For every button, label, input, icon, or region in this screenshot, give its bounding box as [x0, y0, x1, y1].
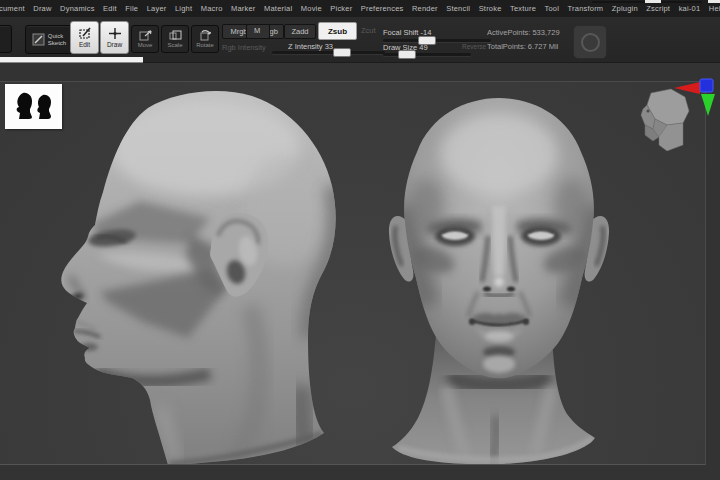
menu-item-file[interactable]: File: [125, 4, 138, 13]
z-intensity-label: Z Intensity 33: [288, 42, 333, 51]
edit-label: Edit: [79, 41, 90, 48]
z-intensity-handle[interactable]: [333, 48, 351, 57]
menu-items: Document Draw Dynamics Edit File Layer L…: [0, 4, 720, 13]
rotate-button[interactable]: Rotate: [191, 25, 219, 53]
menu-item-picker[interactable]: Picker: [330, 4, 352, 13]
m-label: M: [246, 24, 268, 37]
menu-item-zplugin[interactable]: Zplugin: [612, 4, 638, 13]
material-preview-button[interactable]: [573, 25, 607, 59]
menu-item-document[interactable]: Document: [0, 4, 25, 13]
zadd-label: Zadd: [291, 27, 308, 36]
reverse-label: Reverse: [462, 43, 486, 50]
draw-button[interactable]: Draw: [100, 21, 129, 54]
cropped-slider-handle: [645, 0, 661, 3]
scale-button[interactable]: Scale: [161, 25, 189, 53]
menu-item-tool[interactable]: Tool: [545, 4, 560, 13]
sculpt-canvas[interactable]: [0, 81, 706, 465]
axis-gizmo[interactable]: [668, 78, 718, 122]
move-button[interactable]: Move: [131, 25, 159, 53]
cropped-ui-fragment: [708, 0, 720, 3]
quick-sketch-button[interactable]: Quick Sketch: [25, 25, 73, 54]
active-points-readout: ActivePoints: 533,729: [487, 28, 560, 37]
menu-item-light[interactable]: Light: [175, 4, 192, 13]
quick-sketch-label-2: Sketch: [48, 40, 66, 47]
menu-item-movie[interactable]: Movie: [301, 4, 322, 13]
draw-icon: [108, 27, 122, 40]
menu-item-stencil[interactable]: Stencil: [446, 4, 470, 13]
move-icon: [139, 30, 152, 41]
menu-item-zscript[interactable]: Zscript: [646, 4, 670, 13]
menu-item-texture[interactable]: Texture: [510, 4, 536, 13]
menu-item-transform[interactable]: Transform: [568, 4, 604, 13]
quick-sketch-icon: [32, 33, 45, 46]
mrgb-label: Mrgb: [230, 27, 247, 36]
menu-item-help[interactable]: Help: [709, 4, 720, 13]
menu-item-macro[interactable]: Macro: [201, 4, 223, 13]
total-points-readout: TotalPoints: 6.727 Mil: [487, 42, 558, 51]
menu-item-render[interactable]: Render: [412, 4, 438, 13]
z-intensity-slider[interactable]: [272, 51, 385, 54]
rotate-icon: [199, 30, 212, 41]
gizmo-x-arrow: [674, 82, 700, 94]
zsub-label: Zsub: [328, 27, 347, 36]
zadd-button[interactable]: Zadd: [284, 24, 316, 39]
menu-item-edit[interactable]: Edit: [103, 4, 117, 13]
gizmo-z-cube: [700, 79, 713, 92]
move-label: Move: [138, 42, 153, 48]
draw-label: Draw: [107, 41, 122, 48]
draw-size-slider[interactable]: [383, 53, 471, 56]
zsub-button[interactable]: Zsub: [318, 22, 357, 40]
gizmo-y-arrow: [701, 94, 715, 116]
preview-ring-icon: [581, 33, 600, 52]
sculpt-head-side[interactable]: [40, 86, 350, 464]
draw-size-handle[interactable]: [398, 50, 416, 59]
menu-item-marker[interactable]: Marker: [231, 4, 256, 13]
zbrush-window: Document Draw Dynamics Edit File Layer L…: [0, 0, 720, 480]
menu-item-dynamics[interactable]: Dynamics: [60, 4, 95, 13]
focal-shift-slider[interactable]: [383, 39, 491, 42]
menu-item-stroke[interactable]: Stroke: [479, 4, 502, 13]
zcut-button[interactable]: Zcut: [361, 26, 376, 35]
scale-icon: [169, 30, 182, 41]
menu-item-layer[interactable]: Layer: [147, 4, 167, 13]
tray-divider-bar[interactable]: [0, 57, 143, 63]
rotate-label: Rotate: [196, 42, 214, 48]
cropped-button[interactable]: [0, 25, 12, 53]
menu-item-material[interactable]: Material: [264, 4, 292, 13]
menu-item-preferences[interactable]: Preferences: [361, 4, 404, 13]
menu-bar: Document Draw Dynamics Edit File Layer L…: [0, 0, 720, 18]
edit-icon: [78, 27, 92, 40]
menu-item-kai01[interactable]: kai-01: [679, 4, 701, 13]
rgb-intensity-label: Rgb Intensity: [222, 43, 266, 52]
edit-button[interactable]: Edit: [70, 21, 99, 54]
scale-label: Scale: [167, 42, 182, 48]
sculpt-head-front[interactable]: [388, 86, 618, 464]
menu-item-draw[interactable]: Draw: [33, 4, 51, 13]
